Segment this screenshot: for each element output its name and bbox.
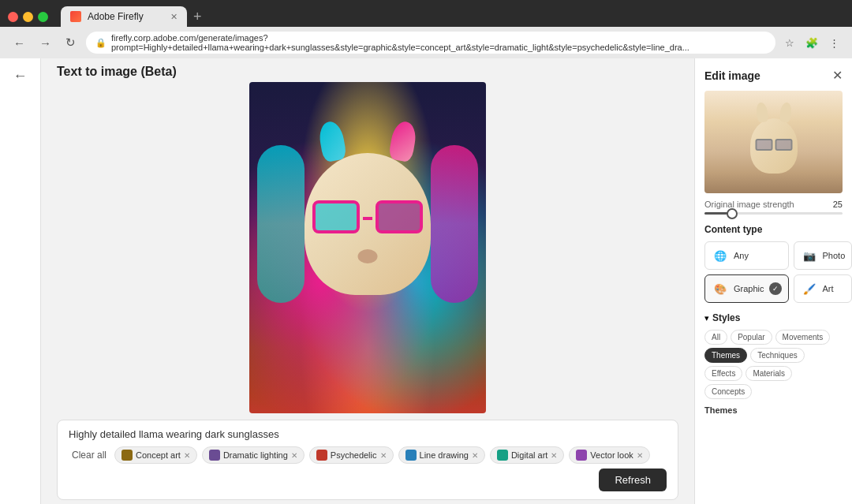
tag-concept-art[interactable]: Concept art ✕ — [114, 446, 197, 464]
maximize-window-button[interactable] — [38, 12, 48, 22]
original-image-preview — [704, 91, 843, 193]
tab-title: Adobe Firefly — [88, 11, 164, 22]
title-bar: Adobe Firefly ✕ + — [0, 0, 852, 27]
refresh-button[interactable]: Refresh — [599, 469, 667, 491]
bookmark-button[interactable]: ☆ — [782, 35, 798, 50]
url-text: firefly.corp.adobe.com/generate/images?p… — [111, 33, 766, 52]
strength-row: Original image strength 25 — [704, 200, 843, 209]
tag-psychedelic-remove[interactable]: ✕ — [380, 451, 387, 460]
art-label: Art — [823, 284, 834, 293]
sidebar: ← — [0, 58, 41, 504]
tag-psychedelic-label: Psychedelic — [331, 450, 377, 460]
any-label: Any — [734, 251, 749, 260]
llama-fur-left — [257, 145, 305, 303]
filter-effects[interactable]: Effects — [704, 366, 742, 381]
strength-label: Original image strength — [704, 200, 794, 209]
llama-nose — [358, 249, 378, 263]
filter-concepts[interactable]: Concepts — [704, 384, 752, 399]
tag-dramatic-lighting-label: Dramatic lighting — [223, 450, 288, 460]
tag-concept-art-remove[interactable]: ✕ — [184, 451, 190, 460]
close-window-button[interactable] — [8, 12, 18, 22]
address-bar-row: ← → ↻ 🔒 firefly.corp.adobe.com/generate/… — [0, 27, 852, 58]
filter-popular[interactable]: Popular — [731, 330, 772, 345]
panel-header: Edit image ✕ — [704, 68, 843, 83]
tag-vector-look-remove[interactable]: ✕ — [637, 451, 643, 460]
vector-look-icon — [576, 450, 587, 461]
content-type-art[interactable]: 🖌️ Art — [794, 274, 852, 303]
tag-vector-look-label: Vector look — [590, 450, 633, 460]
forward-button[interactable]: → — [36, 35, 55, 51]
reload-button[interactable]: ↻ — [62, 34, 80, 51]
styles-section: ▾ Styles All Popular Movements Themes Te… — [704, 312, 843, 415]
strength-value: 25 — [833, 200, 843, 209]
back-button[interactable]: ← — [9, 35, 29, 51]
styles-header-label: Styles — [712, 312, 740, 323]
tag-vector-look[interactable]: Vector look ✕ — [569, 446, 649, 464]
active-tab[interactable]: Adobe Firefly ✕ — [61, 6, 187, 27]
menu-button[interactable]: ⋮ — [826, 35, 843, 50]
content-type-graphic[interactable]: 🎨 Graphic ✓ — [704, 274, 789, 303]
page-title: Text to image (Beta) — [57, 65, 177, 78]
prompt-area: Highly detailed llama wearing dark sungl… — [57, 420, 678, 500]
minimize-window-button[interactable] — [23, 12, 33, 22]
tag-dramatic-lighting[interactable]: Dramatic lighting ✕ — [202, 446, 305, 464]
address-bar[interactable]: 🔒 firefly.corp.adobe.com/generate/images… — [86, 32, 775, 54]
tag-line-drawing-remove[interactable]: ✕ — [472, 451, 478, 460]
slider-track — [704, 212, 843, 215]
content-type-any[interactable]: 🌐 Any — [704, 241, 789, 270]
tab-close-button[interactable]: ✕ — [170, 12, 178, 22]
glass-left — [312, 200, 360, 233]
panel-close-button[interactable]: ✕ — [832, 68, 843, 83]
graphic-selected-check: ✓ — [769, 282, 782, 295]
styles-header[interactable]: ▾ Styles — [704, 312, 843, 323]
new-tab-button[interactable]: + — [187, 9, 208, 25]
any-icon: 🌐 — [712, 247, 729, 264]
edit-panel: Edit image ✕ — [695, 58, 852, 424]
photo-label: Photo — [823, 251, 846, 260]
generated-image — [249, 82, 486, 413]
concept-art-icon — [121, 450, 133, 461]
llama-ear-left — [317, 120, 347, 162]
panel-title: Edit image — [704, 69, 760, 82]
glass-right — [376, 200, 423, 233]
content-type-photo[interactable]: 📷 Photo — [794, 241, 852, 270]
tag-line-drawing-label: Line drawing — [420, 450, 469, 460]
tag-line-drawing[interactable]: Line drawing ✕ — [398, 446, 485, 464]
tags-row: Clear all Concept art ✕ Dramatic lightin… — [69, 446, 667, 491]
filter-materials[interactable]: Materials — [746, 366, 792, 381]
tag-psychedelic[interactable]: Psychedelic ✕ — [309, 446, 394, 464]
prompt-text: Highly detailed llama wearing dark sungl… — [69, 428, 667, 440]
graphic-label: Graphic — [734, 284, 764, 293]
slider-container[interactable] — [704, 212, 843, 215]
tab-bar: Adobe Firefly ✕ + — [61, 6, 208, 27]
llama-head — [305, 153, 431, 295]
filter-techniques[interactable]: Techniques — [750, 348, 805, 363]
tag-digital-art-remove[interactable]: ✕ — [551, 451, 557, 460]
llama-art-background — [249, 82, 486, 413]
llama-original-art — [704, 91, 843, 193]
right-panel: Edit image ✕ — [694, 58, 852, 504]
clear-all-button[interactable]: Clear all — [69, 448, 110, 462]
window-controls — [8, 12, 48, 22]
slider-thumb[interactable] — [727, 208, 738, 219]
browser-actions: ☆ 🧩 ⋮ — [782, 35, 843, 50]
content-type-title: Content type — [704, 224, 843, 235]
image-area — [234, 82, 502, 413]
glass-bridge — [363, 217, 372, 220]
art-icon: 🖌️ — [801, 280, 818, 297]
filter-movements[interactable]: Movements — [775, 330, 831, 345]
extensions-button[interactable]: 🧩 — [802, 35, 821, 50]
line-drawing-icon — [405, 450, 417, 461]
tag-dramatic-lighting-remove[interactable]: ✕ — [291, 451, 297, 460]
llama-ear-right — [388, 120, 418, 162]
filter-themes[interactable]: Themes — [704, 348, 747, 363]
psychedelic-icon — [316, 450, 327, 461]
tag-digital-art[interactable]: Digital art ✕ — [490, 446, 564, 464]
llama-glasses — [312, 200, 423, 236]
llama-fur-right — [431, 145, 478, 303]
photo-icon: 📷 — [801, 247, 818, 264]
chevron-down-icon: ▾ — [704, 313, 709, 323]
filter-all[interactable]: All — [704, 330, 727, 345]
sidebar-back-button[interactable]: ← — [13, 68, 28, 84]
graphic-icon: 🎨 — [712, 280, 729, 297]
